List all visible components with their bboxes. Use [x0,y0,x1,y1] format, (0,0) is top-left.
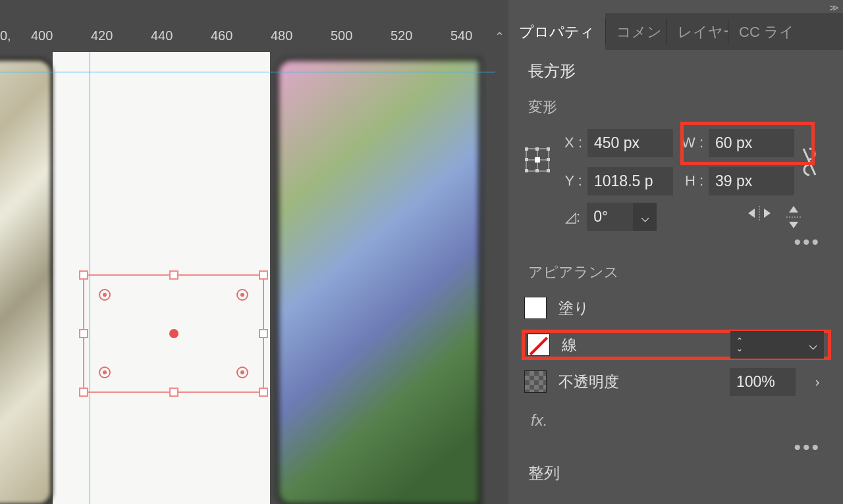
chevron-down-icon[interactable]: ⌄ [736,345,743,353]
tab-comment[interactable]: コメント [606,13,666,50]
chevron-right-icon[interactable]: › [807,368,827,395]
svg-rect-11 [535,157,540,163]
image-right [277,59,481,504]
stroke-weight-input[interactable] [749,331,802,359]
h-input[interactable] [709,167,794,195]
svg-rect-4 [535,147,539,151]
anchor-point[interactable] [99,366,111,378]
chevron-down-icon[interactable]: ⌵ [633,203,657,231]
stroke-row: 線 ⌃⌄ ⌵ [522,330,831,360]
svg-marker-14 [764,209,771,218]
x-label: X : [560,134,585,151]
selected-rectangle[interactable] [83,274,264,393]
rotation-select[interactable]: ⌵ [587,203,657,231]
stroke-weight-stepper[interactable]: ⌃⌄ ⌵ [730,331,824,359]
flip-vertical-icon[interactable] [786,206,801,228]
align-section-title: 整列 [508,456,843,484]
tab-properties[interactable]: プロパティ [508,13,605,50]
opacity-swatch[interactable] [524,370,547,393]
scroll-up-icon[interactable]: ⌃ [495,30,504,44]
svg-rect-6 [525,158,528,161]
svg-rect-3 [525,147,528,151]
tab-layers[interactable]: レイヤー [667,13,728,50]
opacity-input[interactable] [730,368,796,396]
highlight-w [685,126,810,161]
panel-tabs: プロパティ コメント レイヤー CC ライ [508,13,843,50]
chevron-down-icon[interactable]: ⌵ [802,331,824,359]
artboard[interactable] [0,52,508,504]
resize-handle[interactable] [169,388,178,397]
image-left [0,59,53,504]
svg-rect-9 [535,169,539,172]
guide-horizontal[interactable] [0,72,495,72]
expand-panel-icon[interactable]: >> [830,0,843,13]
stroke-swatch[interactable] [528,334,550,356]
anchor-point[interactable] [236,366,248,378]
transform-section-title: 変形 [508,86,843,121]
resize-handle[interactable] [169,270,178,280]
horizontal-ruler: 0, 400 420 440 460 480 500 520 540 [0,25,508,45]
resize-handle[interactable] [79,270,88,280]
svg-rect-5 [547,147,550,151]
registration-point-grid[interactable] [524,147,557,177]
resize-handle[interactable] [259,329,268,338]
more-options-icon[interactable]: ••• [508,236,843,251]
anchor-point[interactable] [236,289,248,301]
svg-rect-8 [525,169,528,172]
flip-horizontal-icon[interactable] [748,206,771,228]
rotation-input[interactable] [587,203,633,231]
shape-type-label: 長方形 [508,50,843,86]
tab-cc-libraries[interactable]: CC ライ [728,13,805,50]
svg-marker-16 [789,206,798,213]
angle-icon: ◿: [565,209,580,226]
y-input[interactable] [587,167,673,195]
opacity-label: 不透明度 [558,372,638,392]
anchor-point[interactable] [99,289,111,301]
resize-handle[interactable] [79,329,88,338]
properties-panel: >> プロパティ コメント レイヤー CC ライ 長方形 変形 [508,0,843,504]
svg-rect-7 [547,158,550,161]
h-label: H : [676,172,706,189]
x-input[interactable] [587,129,673,157]
canvas-area[interactable]: 0, 400 420 440 460 480 500 520 540 ⌃ [0,0,508,504]
appearance-section-title: アピアランス [508,251,843,286]
fx-button[interactable]: fx. [508,399,843,441]
more-options-icon[interactable]: ••• [508,441,843,456]
resize-handle[interactable] [259,270,268,280]
y-label: Y : [560,172,585,189]
fill-label: 塗り [558,298,638,318]
resize-handle[interactable] [79,388,88,397]
fill-row: 塗り [524,293,827,323]
svg-rect-10 [547,169,550,172]
svg-marker-17 [789,222,798,228]
opacity-row: 不透明度 › [524,366,827,397]
resize-handle[interactable] [259,388,268,397]
fill-swatch[interactable] [524,297,547,319]
center-point[interactable] [169,329,178,338]
stroke-label: 線 [562,335,641,355]
svg-marker-13 [748,209,755,218]
